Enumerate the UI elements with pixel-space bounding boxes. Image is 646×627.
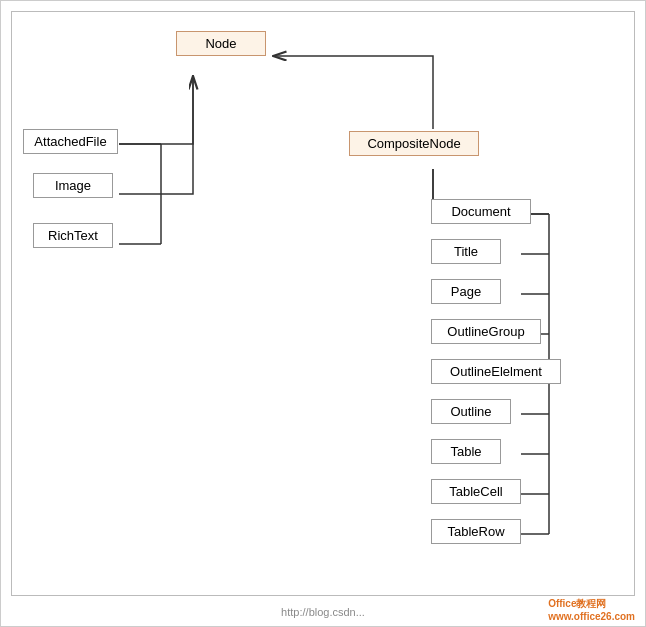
tablerow-box: TableRow	[431, 519, 521, 544]
image-box: Image	[33, 173, 113, 198]
table-box: Table	[431, 439, 501, 464]
node-box: Node	[176, 31, 266, 56]
richtext-box: RichText	[33, 223, 113, 248]
page-box: Page	[431, 279, 501, 304]
watermark-logo-text: Office教程网www.office26.com	[548, 598, 635, 622]
outline-box: Outline	[431, 399, 511, 424]
attachedfile-box: AttachedFile	[23, 129, 118, 154]
diagram-border	[11, 11, 635, 596]
diagram-container: Node AttachedFile Image RichText Composi…	[0, 0, 646, 627]
title-box: Title	[431, 239, 501, 264]
outlinegroup-box: OutlineGroup	[431, 319, 541, 344]
tablecell-box: TableCell	[431, 479, 521, 504]
watermark-logo: Office教程网www.office26.com	[548, 597, 635, 622]
watermark-text: http://blog.csdn...	[281, 606, 365, 618]
outlineelelment-box: OutlineElelment	[431, 359, 561, 384]
compositenode-box: CompositeNode	[349, 131, 479, 156]
diagram-lines	[1, 1, 646, 627]
document-box: Document	[431, 199, 531, 224]
